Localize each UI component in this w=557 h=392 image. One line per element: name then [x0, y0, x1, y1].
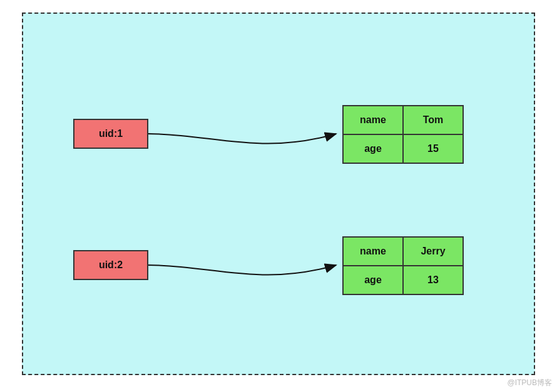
uid-label: uid:1: [99, 128, 123, 139]
arrow-icon: [148, 121, 342, 159]
data-table: name Jerry age 13: [342, 236, 464, 295]
table-value-cell: 15: [403, 134, 463, 163]
watermark-text: @ITPUB博客: [507, 378, 552, 388]
table-value-cell: Tom: [403, 106, 463, 134]
diagram-canvas: uid:1 name Tom age 15 uid:2: [22, 13, 535, 375]
table-value-cell: Jerry: [403, 237, 463, 266]
table-row: age 13: [343, 266, 463, 294]
table-key-cell: name: [343, 237, 403, 266]
table-key-cell: age: [343, 266, 403, 294]
uid-box: uid:1: [73, 119, 148, 149]
table-key-cell: age: [343, 134, 403, 163]
table-row: name Tom: [343, 106, 463, 134]
table-key-cell: name: [343, 106, 403, 134]
data-table: name Tom age 15: [342, 105, 464, 164]
table-value-cell: 13: [403, 266, 463, 294]
table-row: name Jerry: [343, 237, 463, 266]
table-row: age 15: [343, 134, 463, 163]
arrow-icon: [148, 253, 342, 290]
uid-box: uid:2: [73, 250, 148, 280]
uid-label: uid:2: [99, 259, 123, 271]
